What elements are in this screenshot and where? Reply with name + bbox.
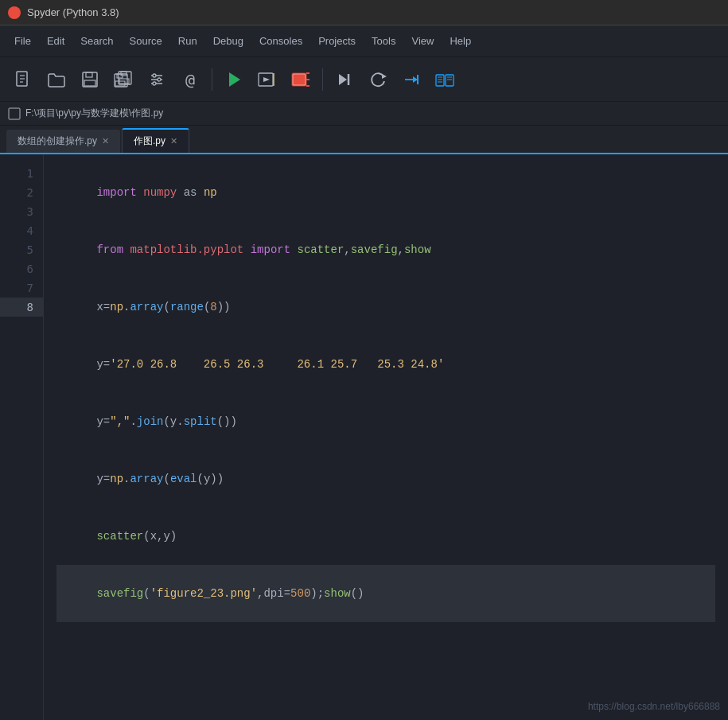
watermark-text: https://blog.csdn.net/lby666888 <box>588 701 720 712</box>
run-cell-button[interactable] <box>252 64 282 95</box>
toolbar-sep-1 <box>212 68 212 91</box>
line-num-8: 8 <box>0 298 43 317</box>
toolbar-sep-2 <box>322 68 323 91</box>
svg-marker-30 <box>382 74 387 79</box>
save-all-icon <box>113 71 134 88</box>
step-icon <box>336 71 353 88</box>
next-icon <box>403 71 420 88</box>
menu-consoles[interactable]: Consoles <box>251 32 310 50</box>
debug-button[interactable] <box>286 64 316 95</box>
save-all-button[interactable] <box>108 64 138 95</box>
line-num-6: 6 <box>0 259 43 278</box>
step-button[interactable] <box>329 64 360 95</box>
line-num-5: 5 <box>0 240 43 259</box>
more-icon <box>434 71 455 88</box>
editor-area: 1 2 3 4 5 6 7 8 import numpy as np from … <box>0 154 728 720</box>
title-bar: Spyder (Python 3.8) <box>0 0 728 25</box>
svg-rect-23 <box>292 73 306 86</box>
code-line-5: y=",".join(y.split()) <box>56 393 715 450</box>
code-line-2: from matplotlib.pyplot import scatter,sa… <box>56 221 715 278</box>
svg-rect-4 <box>83 72 97 87</box>
line-num-1: 1 <box>0 164 43 183</box>
filepath-bar: F:\项目\py\py与数学建模\作图.py <box>0 102 728 126</box>
code-line-8: savefig('figure2_23.png',dpi=500);show() <box>56 565 715 622</box>
window-title: Spyder (Python 3.8) <box>27 6 119 18</box>
menu-tools[interactable]: Tools <box>364 32 403 50</box>
menu-edit[interactable]: Edit <box>39 32 72 50</box>
code-line-3: x=np.array(range(8)) <box>56 278 715 336</box>
menu-projects[interactable]: Projects <box>310 32 364 50</box>
tab-plot[interactable]: 作图.py ✕ <box>122 128 189 153</box>
menu-bar: File Edit Search Source Run Debug Consol… <box>0 25 728 57</box>
save-button[interactable] <box>75 64 105 95</box>
tab-bar: 数组的创建操作.py ✕ 作图.py ✕ <box>0 126 728 154</box>
run-icon <box>225 71 243 88</box>
menu-view[interactable]: View <box>403 32 442 50</box>
restart-button[interactable] <box>363 64 393 95</box>
code-line-6: y=np.array(eval(y)) <box>56 450 715 508</box>
svg-rect-38 <box>446 75 454 86</box>
preferences-icon <box>148 71 165 88</box>
svg-marker-21 <box>263 77 270 82</box>
svg-marker-28 <box>339 74 347 85</box>
file-path: F:\项目\py\py与数学建模\作图.py <box>25 107 163 120</box>
line-num-2: 2 <box>0 183 43 202</box>
svg-rect-41 <box>9 108 20 119</box>
open-file-button[interactable] <box>41 64 72 95</box>
tab-plot-label: 作图.py <box>134 134 165 148</box>
code-editor[interactable]: import numpy as np from matplotlib.pyplo… <box>44 154 728 720</box>
code-line-7: scatter(x,y) <box>56 508 715 565</box>
svg-point-17 <box>158 78 161 81</box>
debug-icon <box>290 71 311 88</box>
svg-marker-19 <box>229 72 240 87</box>
tab-arrays[interactable]: 数组的创建操作.py ✕ <box>6 130 120 153</box>
line-num-3: 3 <box>0 202 43 221</box>
run-cell-icon <box>257 71 278 88</box>
app-icon <box>8 6 21 19</box>
open-file-icon <box>47 71 66 88</box>
new-file-button[interactable] <box>8 64 38 95</box>
svg-rect-34 <box>436 75 444 86</box>
svg-point-16 <box>153 74 156 77</box>
menu-file[interactable]: File <box>6 32 39 50</box>
line-num-4: 4 <box>0 221 43 240</box>
code-line-4: y='27.0 26.8 26.5 26.3 26.1 25.7 25.3 24… <box>56 336 715 393</box>
run-button[interactable] <box>219 64 249 95</box>
toolbar: @ <box>0 57 728 102</box>
restart-icon <box>369 71 387 88</box>
new-file-icon <box>14 71 32 88</box>
tab-arrays-label: 数组的创建操作.py <box>18 134 97 148</box>
tab-plot-close[interactable]: ✕ <box>170 136 177 146</box>
menu-debug[interactable]: Debug <box>205 32 251 50</box>
more-button[interactable] <box>430 64 460 95</box>
line-numbers: 1 2 3 4 5 6 7 8 <box>0 154 44 720</box>
menu-source[interactable]: Source <box>122 32 170 50</box>
preferences-button[interactable] <box>142 64 172 95</box>
menu-help[interactable]: Help <box>442 32 479 50</box>
file-icon <box>8 107 21 120</box>
svg-point-18 <box>153 82 156 85</box>
svg-rect-5 <box>86 72 92 77</box>
menu-run[interactable]: Run <box>170 32 205 50</box>
line-num-7: 7 <box>0 278 43 298</box>
svg-rect-6 <box>84 80 95 86</box>
next-button[interactable] <box>396 64 426 95</box>
code-line-1: import numpy as np <box>56 164 715 221</box>
save-icon <box>81 71 99 88</box>
email-button[interactable]: @ <box>175 64 205 95</box>
menu-search[interactable]: Search <box>72 32 121 50</box>
watermark: https://blog.csdn.net/lby666888 <box>588 701 720 712</box>
tab-arrays-close[interactable]: ✕ <box>102 136 109 146</box>
